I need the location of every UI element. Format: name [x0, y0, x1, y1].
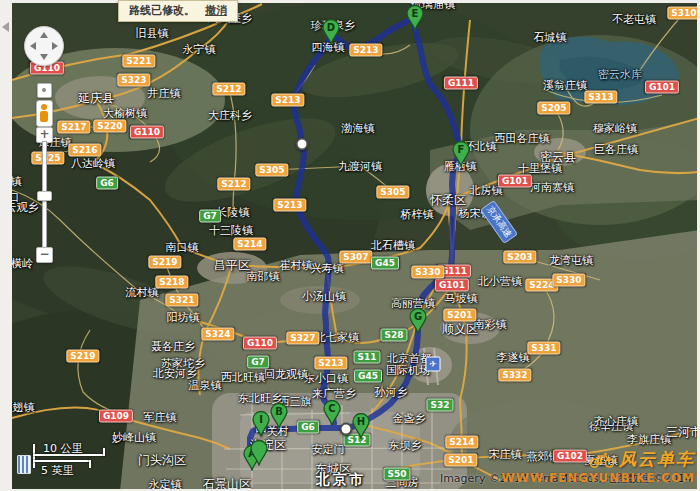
road-shield-s332: S332 [498, 369, 531, 382]
road-shield-s323: S323 [117, 74, 150, 87]
town-label: 不老屯镇 [612, 12, 656, 27]
pan-up-icon[interactable] [40, 32, 48, 38]
town-label: 渤海镇 [342, 121, 375, 136]
road-shield-s32: S32 [426, 399, 453, 412]
town-label: 门头沟区 [138, 452, 186, 469]
svg-text:D: D [327, 22, 335, 33]
watermark: 风云单车 WWW.FENGYUNBIKE.COM [502, 448, 695, 485]
road-shield-g101: G101 [645, 81, 679, 94]
road-shield-s220: S220 [93, 120, 126, 133]
road-shield-s212: S212 [217, 178, 250, 191]
town-label: 孙河乡 [375, 385, 408, 400]
collapse-panel-icon[interactable] [2, 22, 9, 32]
town-label: 南彩镇 [474, 317, 507, 332]
road-shield-s324: S324 [201, 328, 234, 341]
town-label: 西北旺镇 [221, 370, 265, 385]
svg-text:I: I [259, 414, 263, 425]
town-label: 小汤山镇 [302, 289, 346, 304]
road-shield-s219: S219 [66, 350, 99, 363]
town-label: 龙湾屯镇 [549, 253, 593, 268]
road-shield-s217: S217 [57, 121, 90, 134]
road-shield-g101: G101 [498, 175, 532, 188]
road-shield-s50: S50 [383, 468, 410, 481]
reset-view-button[interactable] [37, 83, 52, 98]
road-shield-g110: G110 [243, 337, 277, 350]
town-label: 安定门 [312, 442, 345, 457]
top-frame [0, 0, 700, 3]
map-window: 旧县镇永宁镇刘斌堡乡延庆县井庄镇大榆树镇大庄科乡康庄镇八达岭镇横岭镇口云观乡珍珠… [0, 0, 700, 491]
road-shield-s201: S201 [443, 309, 476, 322]
town-label: 南口镇 [166, 240, 199, 255]
town-label: 流村镇 [126, 285, 159, 300]
road-shield-g45: G45 [354, 370, 382, 383]
town-label: 镇 [11, 174, 22, 189]
road-shield-s321: S321 [165, 294, 198, 307]
road-shield-s313: S313 [584, 91, 617, 104]
route-marker-I[interactable]: I [252, 411, 270, 437]
town-label: 兴寿镇 [311, 261, 344, 276]
route-marker-G[interactable]: G [409, 308, 427, 334]
pan-left-icon[interactable] [30, 42, 36, 50]
route-marker-hidden[interactable] [250, 440, 268, 466]
watermark-url: WWW.FENGYUNBIKE.COM [502, 471, 695, 485]
pegman-icon [41, 104, 47, 110]
zoom-out-button[interactable]: − [36, 247, 53, 263]
road-shield-s212: S212 [212, 83, 245, 96]
road-shield-s330: S330 [411, 266, 444, 279]
route-waypoint-dot[interactable] [340, 423, 353, 436]
striped-poi-icon [17, 455, 31, 474]
pegman-streetview-control[interactable] [36, 100, 53, 127]
pan-right-icon[interactable] [52, 42, 58, 50]
road-shield-g6: G6 [297, 421, 319, 434]
route-marker-B[interactable]: B [270, 403, 288, 429]
road-shield-g6: G6 [96, 177, 118, 190]
scale-km-label: 10 公里 [43, 441, 83, 456]
town-label: 国际机场 [386, 363, 430, 378]
town-label: 南邵镇 [247, 269, 280, 284]
road-shield-s331: S331 [527, 342, 560, 355]
road-shield-g7: G7 [199, 210, 221, 223]
town-label: 河南寨镇 [530, 180, 574, 195]
town-label: 溪翁庄镇 [543, 78, 587, 93]
road-shield-s205: S205 [537, 102, 570, 115]
route-marker-F[interactable]: F [452, 141, 470, 167]
town-label: 石城镇 [534, 30, 567, 45]
town-label: 北小营镇 [478, 274, 522, 289]
route-waypoint-dot[interactable] [296, 138, 309, 151]
town-label: 李遂镇 [497, 350, 530, 365]
road-shield-s216: S216 [68, 144, 101, 157]
town-label: 井庄镇 [148, 86, 181, 101]
town-label: 军庄镇 [144, 410, 177, 425]
town-label: 北七家镇 [315, 330, 359, 345]
scale-bar: 10 公里 5 英里 [33, 444, 108, 468]
watermark-brand: 风云单车 [619, 449, 695, 469]
road-shield-s213: S213 [271, 94, 304, 107]
svg-text:B: B [275, 406, 283, 417]
town-label: 三河市 [666, 424, 700, 441]
pan-down-icon[interactable] [40, 54, 48, 60]
town-label: 大庄科乡 [208, 108, 252, 123]
svg-text:F: F [458, 144, 465, 155]
route-marker-C[interactable]: C [323, 400, 341, 426]
road-shield-g7: G7 [247, 356, 269, 369]
pan-control[interactable] [24, 26, 64, 66]
town-label: 桥梓镇 [401, 207, 434, 222]
town-label: 北石槽镇 [371, 238, 415, 253]
town-label: 密云水库 [598, 67, 642, 82]
road-shield-s203: S203 [503, 251, 536, 264]
route-marker-E[interactable]: E [406, 5, 424, 31]
zoom-slider-handle[interactable] [37, 191, 52, 201]
airport-icon: ✈ [426, 357, 441, 372]
road-shield-s327: S327 [286, 332, 319, 345]
road-shield-s214: S214 [233, 238, 266, 251]
svg-text:C: C [328, 403, 335, 414]
town-label: 阳坊镇 [167, 310, 200, 325]
undo-link[interactable]: 撤消 [205, 4, 227, 17]
route-marker-D[interactable]: D [322, 19, 340, 45]
route-marker-H[interactable]: H [352, 413, 370, 439]
town-label: 崔村镇 [280, 258, 313, 273]
town-label: 妙峰山镇 [112, 430, 156, 445]
town-label: 东坝乡 [389, 438, 422, 453]
town-label: 长陵镇 [217, 205, 250, 220]
town-label: 九渡河镇 [338, 159, 382, 174]
